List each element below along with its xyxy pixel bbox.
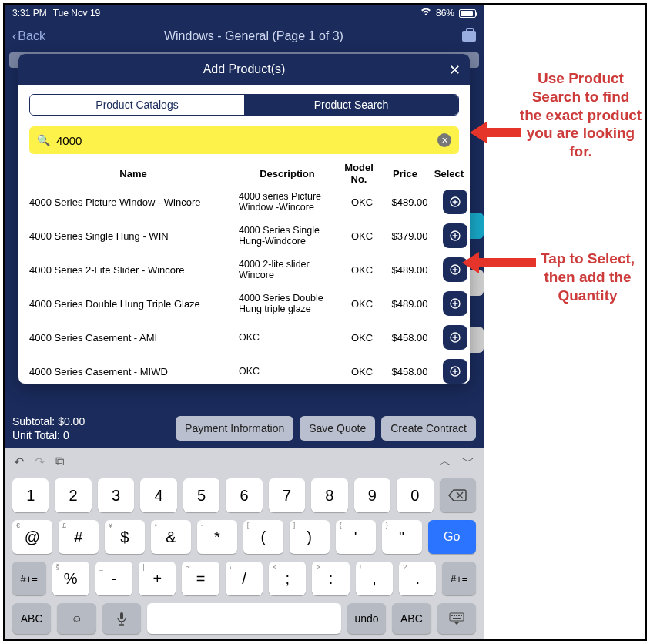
key-dismiss-keyboard[interactable] (437, 603, 476, 634)
key-emoji[interactable]: ☺ (57, 603, 95, 634)
battery-text: 86% (436, 8, 454, 18)
col-description: Description (237, 168, 337, 179)
key-sym[interactable]: <; (269, 562, 306, 595)
key-9[interactable]: 9 (354, 478, 390, 512)
clipboard-icon[interactable]: ⧉ (55, 454, 64, 469)
key-space[interactable] (147, 603, 341, 634)
key-sym[interactable]: {' (336, 520, 376, 554)
key-7[interactable]: 7 (269, 478, 305, 512)
key-sym[interactable]: •& (151, 520, 191, 554)
key-sym[interactable]: _- (95, 562, 132, 595)
tab-product-catalogs[interactable]: Product Catalogs (30, 95, 244, 115)
key-go[interactable]: Go (428, 520, 476, 554)
cell-name: 4000 Series Picture Window - Wincore (29, 196, 237, 208)
key-sym[interactable]: €@ (12, 520, 52, 554)
table-row: 4000 Series Single Hung - WIN4000 Series… (18, 219, 470, 253)
undo-icon[interactable]: ↶ (14, 454, 24, 469)
key-sym[interactable]: ?. (399, 562, 436, 595)
key-sym[interactable]: ]) (290, 520, 330, 554)
cell-name: 4000 Series Casement - AMI (29, 332, 237, 344)
key-sym[interactable]: ~= (182, 562, 219, 595)
col-name: Name (29, 168, 237, 179)
key-shift-symbols-right[interactable]: #+= (442, 562, 476, 595)
svg-rect-9 (454, 615, 455, 616)
key-5[interactable]: 5 (183, 478, 219, 512)
status-time: 3:31 PM (12, 8, 47, 18)
cell-description: OKC (239, 332, 339, 343)
cell-price: $379.00 (385, 230, 434, 242)
annotation-search: Use Product Search to find the exact pro… (519, 69, 642, 161)
key-sym[interactable]: >: (312, 562, 349, 595)
unit-total-label: Unit Total: 0 (12, 428, 85, 442)
keyboard-up-icon[interactable]: ︿ (439, 454, 451, 470)
svg-marker-14 (470, 122, 521, 143)
key-4[interactable]: 4 (140, 478, 176, 512)
search-icon: 🔍 (37, 134, 50, 146)
cell-name: 4000 Series Casement - MIWD (29, 366, 237, 377)
key-undo[interactable]: undo (347, 603, 386, 634)
svg-rect-7 (450, 613, 464, 621)
svg-rect-10 (456, 615, 457, 616)
key-sym[interactable]: \/ (226, 562, 263, 595)
key-0[interactable]: 0 (397, 478, 433, 512)
table-body[interactable]: 4000 Series Picture Window - Wincore4000… (18, 185, 470, 384)
search-input[interactable] (56, 134, 431, 147)
col-price: Price (380, 168, 430, 179)
col-model: Model No. (337, 162, 380, 185)
key-sym[interactable]: §% (52, 562, 89, 595)
key-shift-symbols-left[interactable]: #+= (12, 562, 46, 595)
tab-product-search[interactable]: Product Search (244, 95, 458, 115)
key-sym[interactable]: £# (59, 520, 99, 554)
toolbox-icon[interactable] (462, 31, 476, 42)
key-abc-right[interactable]: ABC (392, 603, 431, 634)
key-1[interactable]: 1 (12, 478, 49, 512)
add-product-button[interactable] (443, 223, 467, 248)
back-button[interactable]: ‹ Back (12, 29, 45, 43)
add-product-button[interactable] (443, 190, 467, 214)
cell-model: OKC (340, 230, 384, 242)
cell-name: 4000 Series 2-Lite Slider - Wincore (29, 264, 237, 276)
modal-title: Add Product(s) (203, 62, 286, 76)
key-sym[interactable]: |+ (139, 562, 176, 595)
add-product-button[interactable] (443, 291, 467, 316)
payment-information-button[interactable]: Payment Information (176, 416, 293, 441)
clear-search-icon[interactable]: ✕ (437, 133, 451, 147)
cell-description: 4000 series Picture Window -Wincore (239, 191, 339, 213)
svg-rect-12 (461, 615, 462, 616)
cell-price: $489.00 (385, 264, 434, 276)
key-sym[interactable]: !, (356, 562, 393, 595)
background-list-edges (470, 213, 484, 384)
svg-rect-11 (458, 615, 460, 616)
create-contract-button[interactable]: Create Contract (381, 416, 476, 441)
key-8[interactable]: 8 (311, 478, 347, 512)
nav-bar: ‹ Back Windows - General (Page 1 of 3) (5, 22, 484, 51)
table-header: Name Description Model No. Price Select (18, 162, 470, 185)
keyboard-down-icon[interactable]: ﹀ (462, 454, 474, 470)
key-sym[interactable]: [( (243, 520, 283, 554)
cell-price: $489.00 (385, 298, 434, 310)
key-3[interactable]: 3 (98, 478, 134, 512)
close-icon[interactable]: ✕ (449, 62, 461, 79)
key-sym[interactable]: ·* (197, 520, 237, 554)
table-row: 4000 Series Picture Window - Wincore4000… (18, 185, 470, 219)
add-product-button[interactable] (443, 325, 467, 350)
key-sym[interactable]: }" (382, 520, 422, 554)
add-product-button[interactable] (443, 359, 467, 384)
key-backspace[interactable] (440, 478, 476, 512)
table-row: 4000 Series Casement - MIWDOKCOKC$458.00 (18, 354, 470, 384)
on-screen-keyboard: ↶ ↷ ⧉ ︿ ﹀ 1234567890 €@£#¥$•&·*[(]){'}"G… (5, 448, 484, 639)
save-quote-button[interactable]: Save Quote (300, 416, 375, 441)
cell-model: OKC (340, 298, 384, 310)
cell-model: OKC (340, 264, 384, 276)
arrow-to-search (470, 119, 521, 146)
redo-icon[interactable]: ↷ (35, 454, 45, 469)
key-2[interactable]: 2 (55, 478, 91, 512)
key-sym[interactable]: ¥$ (105, 520, 145, 554)
status-date: Tue Nov 19 (53, 8, 101, 18)
table-row: 4000 Series Casement - AMIOKCOKC$458.00 (18, 320, 470, 354)
key-6[interactable]: 6 (226, 478, 262, 512)
key-mic[interactable] (102, 603, 141, 634)
key-abc-left[interactable]: ABC (12, 603, 51, 634)
cell-name: 4000 Series Single Hung - WIN (29, 230, 237, 242)
col-select: Select (430, 168, 468, 179)
